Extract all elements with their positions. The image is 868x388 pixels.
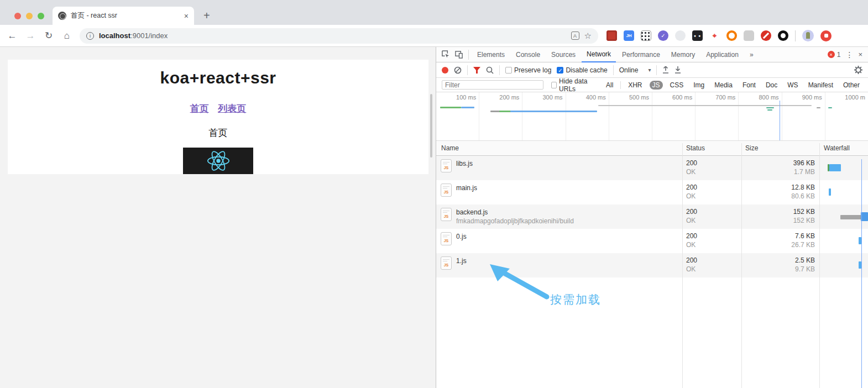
nav-list-link[interactable]: 列表页 xyxy=(218,103,246,114)
clear-icon[interactable] xyxy=(454,66,462,74)
filter-funnel-icon[interactable] xyxy=(473,67,480,74)
column-divider[interactable] xyxy=(682,143,683,388)
filter-type-media[interactable]: Media xyxy=(712,81,735,90)
react-logo-icon xyxy=(206,150,231,172)
waterfall-cell xyxy=(819,253,868,277)
column-header-name[interactable]: Name xyxy=(436,141,682,156)
checkbox-unchecked-icon xyxy=(505,67,512,74)
throttling-dropdown[interactable]: Online ▾ xyxy=(619,66,651,74)
filter-type-img[interactable]: Img xyxy=(691,81,707,90)
tab-elements[interactable]: Elements xyxy=(472,47,510,62)
devtools-panel: Elements Console Sources Network Perform… xyxy=(436,47,868,388)
filter-type-other[interactable]: Other xyxy=(840,81,862,90)
filter-type-all[interactable]: All xyxy=(603,81,616,90)
new-tab-button[interactable]: + xyxy=(203,9,210,22)
waterfall-cell xyxy=(819,180,868,205)
table-row[interactable]: JS 0.js 200OK 7.6 KB26.7 KB xyxy=(436,229,868,253)
forward-icon[interactable]: → xyxy=(25,30,36,41)
gray-cat-extension-icon[interactable] xyxy=(744,30,754,41)
filter-input[interactable] xyxy=(442,80,543,90)
back-icon[interactable]: ← xyxy=(7,30,18,41)
filter-type-js[interactable]: JS xyxy=(650,81,663,90)
red-figure-extension-icon[interactable]: ⌖ xyxy=(709,30,720,41)
waterfall-cell xyxy=(819,205,868,229)
column-header-status[interactable]: Status xyxy=(682,141,741,156)
reload-icon[interactable]: ↻ xyxy=(43,30,54,41)
console-error-badge[interactable]: × 1 xyxy=(828,51,841,59)
ruler-tick: 900 ms xyxy=(782,92,825,140)
ruler-tick: 200 ms xyxy=(479,92,522,140)
bookmark-star-icon[interactable]: ☆ xyxy=(584,31,592,41)
minimize-window-button[interactable] xyxy=(26,13,33,19)
column-header-size[interactable]: Size xyxy=(741,141,819,156)
search-icon[interactable] xyxy=(486,66,494,74)
inspect-element-icon[interactable] xyxy=(440,50,452,60)
page-card: koa+react+ssr 首页 列表页 首页 xyxy=(8,60,428,174)
ruler-tick: 600 ms xyxy=(652,92,696,140)
browser-tab[interactable]: 首页 - react ssr × xyxy=(53,7,194,25)
filter-type-xhr[interactable]: XHR xyxy=(625,81,645,90)
pale-circle-extension-icon[interactable] xyxy=(675,30,686,41)
import-har-icon[interactable] xyxy=(662,66,669,74)
filter-type-doc[interactable]: Doc xyxy=(763,81,780,90)
jh-extension-icon[interactable]: JH xyxy=(624,30,634,41)
nav-home-link[interactable]: 首页 xyxy=(190,103,209,114)
filter-type-manifest[interactable]: Manifest xyxy=(806,81,836,90)
page-scrollbar[interactable] xyxy=(430,94,432,158)
devtools-tab-bar: Elements Console Sources Network Perform… xyxy=(436,47,868,62)
filter-type-font[interactable]: Font xyxy=(740,81,759,90)
network-overview-timeline[interactable]: 100 ms 200 ms 300 ms 400 ms 500 ms 600 m… xyxy=(436,92,868,141)
home-icon[interactable]: ⌂ xyxy=(61,30,72,41)
url-path: :9001/index xyxy=(130,32,168,40)
browser-toolbar: ← → ↻ ⌂ i localhost:9001/index A ☆ JH ✓ … xyxy=(0,25,868,47)
export-har-icon[interactable] xyxy=(674,66,681,74)
zoom-window-button[interactable] xyxy=(38,13,44,19)
profile-avatar[interactable] xyxy=(802,30,814,41)
orange-ring-extension-icon[interactable] xyxy=(726,30,737,41)
tab-network[interactable]: Network xyxy=(582,47,616,62)
table-row[interactable]: JS backend.js fmkadmapgofadopljbjfkapdko… xyxy=(436,205,868,229)
translate-icon[interactable]: A xyxy=(571,32,579,40)
tab-memory[interactable]: Memory xyxy=(666,47,700,62)
devtools-close-icon[interactable]: × xyxy=(858,50,862,59)
hide-data-urls-checkbox[interactable]: Hide data URLs xyxy=(551,77,599,93)
device-toolbar-icon[interactable] xyxy=(453,50,465,60)
tab-console[interactable]: Console xyxy=(511,47,545,62)
table-row[interactable]: JS main.js 200OK 12.8 KB80.6 KB xyxy=(436,180,868,205)
close-window-button[interactable] xyxy=(14,13,21,19)
page-info-icon[interactable]: i xyxy=(86,32,94,40)
qr-code-extension-icon[interactable] xyxy=(641,30,651,41)
edge-cut-icon[interactable] xyxy=(820,30,832,41)
filter-type-ws[interactable]: WS xyxy=(785,81,801,90)
waterfall-bar xyxy=(829,164,841,171)
request-path: fmkadmapgofadopljbjfkapdkoienihi/build xyxy=(456,217,574,226)
load-event-line xyxy=(861,159,862,388)
network-filter-bar: Hide data URLs All XHR JS CSS Img Media … xyxy=(436,78,868,92)
more-tabs-icon[interactable]: » xyxy=(745,47,759,62)
tab-sources[interactable]: Sources xyxy=(546,47,581,62)
column-header-waterfall[interactable]: Waterfall xyxy=(819,141,868,156)
network-settings-gear-icon[interactable] xyxy=(854,66,862,74)
preserve-log-checkbox[interactable]: Preserve log xyxy=(505,66,551,74)
column-divider[interactable] xyxy=(741,143,742,388)
waterfall-cell xyxy=(819,156,868,180)
red-art-extension-icon[interactable] xyxy=(606,30,617,41)
request-name: main.js xyxy=(456,184,477,192)
disable-cache-checkbox[interactable]: ✓ Disable cache xyxy=(557,66,607,74)
address-bar[interactable]: i localhost:9001/index A ☆ xyxy=(80,28,598,44)
checkbox-checked-icon: ✓ xyxy=(557,67,563,74)
tab-favicon-globe-icon xyxy=(58,12,66,20)
overview-bar xyxy=(828,107,832,108)
blocker-extension-icon[interactable] xyxy=(761,30,771,41)
black-ring-extension-icon[interactable] xyxy=(778,30,788,41)
table-row[interactable]: JS libs.js 200OK 396 KB1.7 MB xyxy=(436,156,868,180)
filter-type-css[interactable]: CSS xyxy=(667,81,687,90)
devtools-menu-icon[interactable]: ⋮ xyxy=(845,50,853,59)
tab-close-icon[interactable]: × xyxy=(184,12,189,20)
column-divider[interactable] xyxy=(819,143,820,388)
dark-glasses-extension-icon[interactable]: ● ● xyxy=(692,30,703,41)
tab-application[interactable]: Application xyxy=(701,47,744,62)
record-network-log-button[interactable] xyxy=(442,67,448,74)
tab-performance[interactable]: Performance xyxy=(617,47,665,62)
purple-check-extension-icon[interactable]: ✓ xyxy=(658,30,668,41)
